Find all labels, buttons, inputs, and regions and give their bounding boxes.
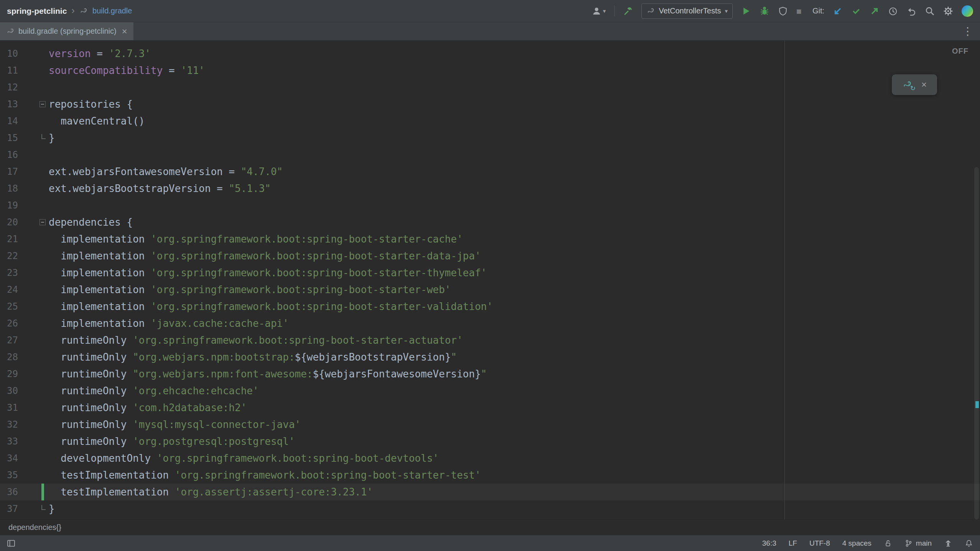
line-number[interactable]: 20 — [0, 214, 18, 231]
code-line[interactable]: 15} — [0, 130, 980, 146]
line-number[interactable]: 13 — [0, 96, 18, 113]
code-line[interactable]: 11sourceCompatibility = '11' — [0, 62, 980, 79]
code-line[interactable]: 10version = '2.7.3' — [0, 45, 980, 62]
debug-button[interactable] — [760, 6, 770, 16]
code-line[interactable]: 19 — [0, 197, 980, 214]
close-icon[interactable]: × — [122, 26, 127, 37]
highlighting-status[interactable]: OFF — [952, 47, 968, 56]
status-bar: 36:3 LF UTF-8 4 spaces main — [0, 535, 980, 551]
line-number[interactable]: 37 — [0, 500, 18, 517]
fold-marker[interactable] — [18, 500, 49, 517]
code-line[interactable]: 21 implementation 'org.springframework.b… — [0, 231, 980, 248]
line-number[interactable]: 23 — [0, 264, 18, 281]
user-avatar[interactable] — [962, 5, 973, 17]
project-name[interactable]: spring-petclinic — [7, 7, 67, 16]
settings-gear-icon[interactable] — [943, 6, 953, 16]
line-number[interactable]: 30 — [0, 382, 18, 399]
code-line[interactable]: 27 runtimeOnly 'org.springframework.boot… — [0, 332, 980, 349]
history-icon[interactable] — [888, 6, 898, 16]
file-encoding[interactable]: UTF-8 — [809, 539, 830, 548]
code-line[interactable]: 16 — [0, 146, 980, 163]
code-line[interactable]: 12 — [0, 79, 980, 96]
line-number[interactable]: 27 — [0, 332, 18, 349]
line-number[interactable]: 14 — [0, 113, 18, 130]
line-number[interactable]: 25 — [0, 298, 18, 315]
line-number[interactable]: 15 — [0, 130, 18, 146]
tool-windows-icon[interactable] — [7, 539, 15, 548]
breadcrumb-file[interactable]: build.gradle — [92, 7, 132, 15]
run-button[interactable] — [741, 6, 751, 16]
git-update-button[interactable] — [833, 6, 843, 16]
line-number[interactable]: 17 — [0, 163, 18, 180]
line-number[interactable]: 34 — [0, 450, 18, 467]
line-number[interactable]: 32 — [0, 416, 18, 433]
highlighting-level-icon[interactable] — [944, 539, 952, 548]
line-number[interactable]: 10 — [0, 45, 18, 62]
line-number[interactable]: 11 — [0, 62, 18, 79]
fold-marker[interactable] — [18, 96, 49, 113]
code-line[interactable]: 24 implementation 'org.springframework.b… — [0, 281, 980, 298]
breadcrumb-item[interactable]: dependencies{} — [8, 523, 61, 532]
git-commit-button[interactable] — [851, 6, 861, 16]
more-options-icon[interactable]: ⋮ — [962, 25, 973, 38]
line-number[interactable]: 35 — [0, 467, 18, 484]
caret-position[interactable]: 36:3 — [762, 539, 776, 548]
fold-marker[interactable] — [18, 130, 49, 146]
code-line[interactable]: 13repositories { — [0, 96, 980, 113]
fold-gutter — [18, 349, 49, 366]
code-line[interactable]: 14 mavenCentral() — [0, 113, 980, 130]
line-number[interactable]: 29 — [0, 366, 18, 382]
load-gradle-changes-popup: ↻ × — [892, 74, 937, 95]
git-push-button[interactable] — [870, 6, 880, 16]
close-icon[interactable]: × — [921, 79, 927, 90]
fold-marker[interactable] — [18, 214, 49, 231]
code-line[interactable]: 29 runtimeOnly "org.webjars.npm:font-awe… — [0, 366, 980, 382]
line-number[interactable]: 19 — [0, 197, 18, 214]
line-number[interactable]: 12 — [0, 79, 18, 96]
coverage-button[interactable] — [778, 6, 788, 16]
line-number[interactable]: 26 — [0, 315, 18, 332]
run-configuration-select[interactable]: VetControllerTests ▾ — [641, 3, 733, 19]
build-hammer-icon[interactable] — [623, 6, 633, 16]
code-line[interactable]: 25 implementation 'org.springframework.b… — [0, 298, 980, 315]
search-icon[interactable] — [925, 6, 935, 16]
code-line[interactable]: 28 runtimeOnly "org.webjars.npm:bootstra… — [0, 349, 980, 366]
code-line[interactable]: 20dependencies { — [0, 214, 980, 231]
code-line[interactable]: 35 testImplementation 'org.springframewo… — [0, 467, 980, 484]
code-line[interactable]: 33 runtimeOnly 'org.postgresql:postgresq… — [0, 433, 980, 450]
tab-build-gradle[interactable]: build.gradle (spring-petclinic) × — [0, 22, 133, 40]
line-separator[interactable]: LF — [789, 539, 797, 548]
rollback-icon[interactable] — [906, 6, 916, 16]
code-line[interactable]: 36 testImplementation 'org.assertj:asser… — [0, 484, 980, 500]
code-line[interactable]: 22 implementation 'org.springframework.b… — [0, 248, 980, 264]
code-text: implementation 'org.springframework.boot… — [49, 264, 487, 281]
code-line[interactable]: 17ext.webjarsFontawesomeVersion = "4.7.0… — [0, 163, 980, 180]
git-branch-widget[interactable]: main — [904, 539, 932, 548]
indent-setting[interactable]: 4 spaces — [842, 539, 871, 548]
line-number[interactable]: 16 — [0, 146, 18, 163]
line-number[interactable]: 36 — [0, 484, 18, 500]
stop-button[interactable]: ■ — [796, 6, 802, 16]
code-line[interactable]: 32 runtimeOnly 'mysql:mysql-connector-ja… — [0, 416, 980, 433]
code-line[interactable]: 34 developmentOnly 'org.springframework.… — [0, 450, 980, 467]
code-line[interactable]: 37} — [0, 500, 980, 517]
reload-icon: ↻ — [910, 84, 916, 92]
line-number[interactable]: 31 — [0, 399, 18, 416]
gradle-reload-button[interactable]: ↻ — [902, 80, 912, 90]
line-number[interactable]: 21 — [0, 231, 18, 248]
line-number[interactable]: 33 — [0, 433, 18, 450]
line-number[interactable]: 22 — [0, 248, 18, 264]
code-line[interactable]: 30 runtimeOnly 'org.ehcache:ehcache' — [0, 382, 980, 399]
notifications-bell-icon[interactable] — [965, 539, 973, 548]
code-line[interactable]: 26 implementation 'javax.cache:cache-api… — [0, 315, 980, 332]
line-number[interactable]: 18 — [0, 180, 18, 197]
user-menu-button[interactable]: ▾ — [592, 6, 606, 16]
lock-icon[interactable] — [884, 539, 892, 548]
code-line[interactable]: 23 implementation 'org.springframework.b… — [0, 264, 980, 281]
scrollbar-thumb[interactable] — [974, 167, 979, 520]
line-number[interactable]: 28 — [0, 349, 18, 366]
code-line[interactable]: 18ext.webjarsBootstrapVersion = "5.1.3" — [0, 180, 980, 197]
code-editor[interactable]: 10version = '2.7.3'11sourceCompatibility… — [0, 41, 980, 520]
code-line[interactable]: 31 runtimeOnly 'com.h2database:h2' — [0, 399, 980, 416]
line-number[interactable]: 24 — [0, 281, 18, 298]
